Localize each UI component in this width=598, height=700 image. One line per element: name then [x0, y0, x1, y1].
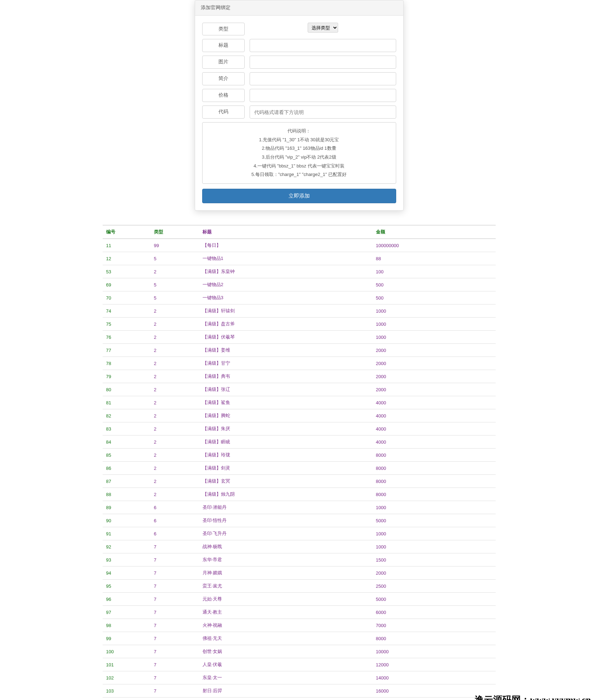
- table-row[interactable]: 927战神·杨戬1000: [103, 540, 496, 553]
- cell-id: 85: [103, 449, 150, 462]
- cell-type: 7: [150, 540, 199, 553]
- cell-type: 7: [150, 658, 199, 671]
- cell-type: 7: [150, 619, 199, 632]
- title-input[interactable]: [250, 39, 396, 52]
- table-row[interactable]: 937东华·帝君1500: [103, 553, 496, 567]
- cell-title: 圣印·悟性丹: [199, 514, 372, 527]
- table-row[interactable]: 1199【每日】100000000: [103, 239, 496, 252]
- cell-amount: 4000: [372, 396, 496, 409]
- cell-type: 2: [150, 318, 199, 331]
- table-row[interactable]: 957蛮王·蚩尤2500: [103, 580, 496, 593]
- cell-title: 【满级】玲珑: [199, 449, 372, 462]
- cell-id: 88: [103, 488, 150, 501]
- table-row[interactable]: 1007创世·女娲10000: [103, 645, 496, 658]
- table-row[interactable]: 1017人皇·伏羲12000: [103, 658, 496, 671]
- table-row[interactable]: 1027东皇·太一14000: [103, 671, 496, 684]
- cell-id: 78: [103, 357, 150, 370]
- cell-type: 7: [150, 553, 199, 567]
- cell-title: 月神·嫦娥: [199, 567, 372, 580]
- cell-id: 98: [103, 619, 150, 632]
- cell-amount: 1000: [372, 501, 496, 514]
- table-row[interactable]: 862【满级】剑灵8000: [103, 462, 496, 475]
- table-row[interactable]: 125一键物品188: [103, 252, 496, 265]
- cell-type: 2: [150, 331, 199, 344]
- table-row[interactable]: 872【满级】玄冥8000: [103, 475, 496, 488]
- cell-type: 2: [150, 422, 199, 436]
- help-heading: 代码说明：: [207, 127, 392, 136]
- table-row[interactable]: 772【满级】姜维2000: [103, 344, 496, 357]
- table-row[interactable]: 792【满级】典韦2000: [103, 370, 496, 383]
- cell-type: 2: [150, 344, 199, 357]
- cell-id: 74: [103, 305, 150, 318]
- watermark-text: 逸云源码网：www.yyymw.cn: [475, 694, 591, 700]
- intro-input[interactable]: [250, 72, 396, 85]
- cell-title: 【满级】烛九阴: [199, 488, 372, 501]
- cell-type: 5: [150, 252, 199, 265]
- cell-id: 77: [103, 344, 150, 357]
- table-row[interactable]: 997佛祖·无天8000: [103, 632, 496, 645]
- cell-title: 一键物品3: [199, 291, 372, 305]
- table-row[interactable]: 742【满级】轩辕剑1000: [103, 305, 496, 318]
- cell-amount: 4000: [372, 436, 496, 449]
- cell-id: 94: [103, 567, 150, 580]
- table-row[interactable]: 705一键物品3500: [103, 291, 496, 305]
- cell-amount: 500: [372, 291, 496, 305]
- cell-title: 圣印·飞升丹: [199, 527, 372, 540]
- cell-amount: 5000: [372, 514, 496, 527]
- table-row[interactable]: 812【满级】鲨鱼4000: [103, 396, 496, 409]
- th-id: 编号: [103, 225, 150, 239]
- cell-type: 6: [150, 527, 199, 540]
- cell-title: 佛祖·无天: [199, 632, 372, 645]
- cell-id: 101: [103, 658, 150, 671]
- table-row[interactable]: 967元始·天尊5000: [103, 593, 496, 606]
- cell-type: 99: [150, 239, 199, 252]
- cell-title: 【满级】腾蛇: [199, 409, 372, 422]
- cell-type: 7: [150, 671, 199, 684]
- table-row[interactable]: 947月神·嫦娥2000: [103, 567, 496, 580]
- cell-amount: 100: [372, 265, 496, 278]
- cell-amount: 6000: [372, 606, 496, 619]
- cell-type: 5: [150, 278, 199, 291]
- cell-type: 7: [150, 645, 199, 658]
- table-row[interactable]: 762【满级】伏羲琴1000: [103, 331, 496, 344]
- cell-type: 2: [150, 409, 199, 422]
- table-row[interactable]: 987火神·祝融7000: [103, 619, 496, 632]
- code-input[interactable]: [250, 106, 396, 119]
- label-type: 类型: [202, 23, 245, 35]
- table-row[interactable]: 832【满级】朱厌4000: [103, 422, 496, 436]
- cell-type: 2: [150, 436, 199, 449]
- table-row[interactable]: 782【满级】甘宁2000: [103, 357, 496, 370]
- table-row[interactable]: 532【满级】东皇钟100: [103, 265, 496, 278]
- table-row[interactable]: 1037射日·后羿16000: [103, 684, 496, 698]
- image-input[interactable]: [250, 56, 396, 69]
- submit-button[interactable]: 立即添加: [202, 189, 396, 203]
- table-row[interactable]: 752【满级】盘古斧1000: [103, 318, 496, 331]
- table-row[interactable]: 977通天·教主6000: [103, 606, 496, 619]
- table-row[interactable]: 896圣印·潜能丹1000: [103, 501, 496, 514]
- cell-id: 103: [103, 684, 150, 698]
- cell-type: 7: [150, 593, 199, 606]
- cell-type: 7: [150, 580, 199, 593]
- cell-amount: 8000: [372, 488, 496, 501]
- price-input[interactable]: [250, 89, 396, 102]
- table-row[interactable]: 906圣印·悟性丹5000: [103, 514, 496, 527]
- cell-title: 一键物品1: [199, 252, 372, 265]
- table-row[interactable]: 695一键物品2500: [103, 278, 496, 291]
- cell-amount: 5000: [372, 593, 496, 606]
- cell-amount: 2000: [372, 344, 496, 357]
- cell-title: 火神·祝融: [199, 619, 372, 632]
- table-row[interactable]: 916圣印·飞升丹1000: [103, 527, 496, 540]
- table-row[interactable]: 822【满级】腾蛇4000: [103, 409, 496, 422]
- cell-id: 84: [103, 436, 150, 449]
- label-code: 代码: [202, 106, 245, 119]
- type-select[interactable]: 选择类型: [308, 23, 338, 33]
- table-row[interactable]: 852【满级】玲珑8000: [103, 449, 496, 462]
- cell-title: 东皇·太一: [199, 671, 372, 684]
- table-row[interactable]: 882【满级】烛九阴8000: [103, 488, 496, 501]
- cell-title: 【满级】伏羲琴: [199, 331, 372, 344]
- label-title: 标题: [202, 39, 245, 52]
- table-row[interactable]: 842【满级】睚眦4000: [103, 436, 496, 449]
- cell-title: 【满级】鲨鱼: [199, 396, 372, 409]
- table-row[interactable]: 802【满级】张辽2000: [103, 383, 496, 396]
- help-line-1: 1.充值代码 "1_30" 1不动 30就是30元宝: [207, 136, 392, 144]
